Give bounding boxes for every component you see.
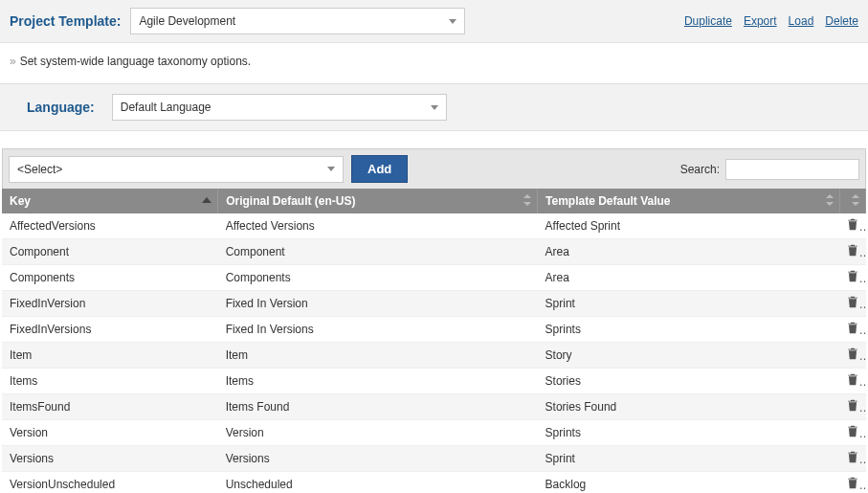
language-label: Language: [27, 100, 95, 115]
language-value: Default Language [121, 101, 211, 114]
chevron-down-icon [431, 105, 438, 110]
cell-delete [839, 265, 865, 291]
cell-delete [839, 239, 865, 265]
cell-value: Sprint [538, 291, 840, 317]
delete-link[interactable]: Delete [825, 14, 858, 28]
search-input[interactable] [725, 159, 859, 180]
cell-key: Version [2, 420, 218, 446]
table-row: ItemsItemsStories [2, 369, 866, 394]
trash-icon[interactable] [847, 218, 858, 231]
table-row: ItemItemStory [2, 343, 866, 369]
table-row: ComponentsComponentsArea [2, 265, 866, 291]
cell-delete [839, 394, 865, 420]
cell-key: Component [2, 239, 218, 265]
trash-icon[interactable] [847, 347, 858, 360]
trash-icon[interactable] [847, 399, 858, 412]
cell-key: FixedInVersion [2, 291, 218, 317]
cell-original: Version [218, 420, 538, 446]
cell-delete [839, 317, 865, 343]
table-row: ItemsFoundItems FoundStories Found [2, 394, 866, 420]
column-header-key[interactable]: Key [2, 189, 218, 213]
subtitle-row: » Set system-wide language taxonomy opti… [0, 43, 868, 83]
cell-value: Area [538, 265, 840, 291]
trash-icon[interactable] [847, 322, 858, 334]
cell-value: Sprints [538, 317, 840, 343]
key-select-placeholder: <Select> [17, 163, 62, 176]
chevron-down-icon [449, 19, 456, 24]
cell-key: VersionUnscheduled [2, 472, 218, 494]
cell-key: Items [2, 369, 218, 394]
cell-original: Components [218, 265, 538, 291]
language-bar: Language: Default Language [0, 83, 868, 131]
cell-key: AffectedVersions [2, 213, 218, 239]
column-header-original[interactable]: Original Default (en-US) [218, 189, 538, 213]
trash-icon[interactable] [847, 244, 858, 257]
cell-value: Sprints [538, 420, 840, 446]
duplicate-link[interactable]: Duplicate [684, 14, 732, 28]
cell-original: Versions [218, 446, 538, 472]
trash-icon[interactable] [847, 425, 858, 437]
cell-original: Item [218, 343, 538, 369]
search-label: Search: [680, 163, 720, 176]
trash-icon[interactable] [847, 451, 858, 463]
cell-original: Unscheduled [218, 472, 538, 494]
key-select[interactable]: <Select> [9, 156, 344, 183]
cell-delete [839, 291, 865, 317]
cell-value: Backlog [538, 472, 840, 494]
table-row: FixedInVersionFixed In VersionSprint [2, 291, 866, 317]
cell-value: Stories Found [538, 394, 840, 420]
cell-delete [839, 420, 865, 446]
cell-key: FixedInVersions [2, 317, 218, 343]
language-select[interactable]: Default Language [112, 94, 447, 121]
trash-icon[interactable] [847, 373, 858, 386]
cell-delete [839, 446, 865, 472]
cell-delete [839, 472, 865, 494]
cell-original: Fixed In Version [218, 291, 538, 317]
search-wrap: Search: [680, 159, 859, 180]
load-link[interactable]: Load [789, 14, 814, 28]
cell-value: Area [538, 239, 840, 265]
cell-original: Items [218, 369, 538, 394]
table-row: VersionVersionSprints [2, 420, 866, 446]
cell-original: Component [218, 239, 538, 265]
cell-original: Items Found [218, 394, 538, 420]
cell-key: Item [2, 343, 218, 369]
cell-key: ItemsFound [2, 394, 218, 420]
cell-key: Versions [2, 446, 218, 472]
column-header-value[interactable]: Template Default Value [538, 189, 840, 213]
table-row: VersionsVersionsSprint [2, 446, 866, 472]
table-row: FixedInVersionsFixed In VersionsSprints [2, 317, 866, 343]
export-link[interactable]: Export [744, 14, 777, 28]
project-template-value: Agile Development [139, 14, 235, 28]
trash-icon[interactable] [847, 477, 858, 489]
cell-value: Sprint [538, 446, 840, 472]
cell-key: Components [2, 265, 218, 291]
header-actions: Duplicate Export Load Delete [684, 14, 858, 28]
column-header-delete [839, 189, 865, 213]
cell-delete [839, 369, 865, 394]
cell-delete [839, 343, 865, 369]
table-row: ComponentComponentArea [2, 239, 866, 265]
cell-value: Affected Sprint [538, 213, 840, 239]
project-template-label: Project Template: [10, 13, 121, 29]
cell-value: Story [538, 343, 840, 369]
table-row: AffectedVersionsAffected VersionsAffecte… [2, 213, 866, 239]
cell-value: Stories [538, 369, 840, 394]
breadcrumb-icon: » [10, 55, 16, 68]
trash-icon[interactable] [847, 270, 858, 282]
toolbar: <Select> Add Search: [2, 148, 866, 189]
add-button[interactable]: Add [351, 155, 408, 183]
project-template-select[interactable]: Agile Development [130, 8, 465, 34]
cell-original: Affected Versions [218, 213, 538, 239]
header-bar: Project Template: Agile Development Dupl… [0, 0, 868, 43]
subtitle-text: Set system-wide language taxonomy option… [20, 55, 251, 68]
cell-delete [839, 213, 865, 239]
data-table: Key Original Default (en-US) Template De… [2, 189, 866, 493]
table-row: VersionUnscheduledUnscheduledBacklog [2, 472, 866, 494]
trash-icon[interactable] [847, 296, 858, 308]
cell-original: Fixed In Versions [218, 317, 538, 343]
chevron-down-icon [327, 167, 335, 171]
